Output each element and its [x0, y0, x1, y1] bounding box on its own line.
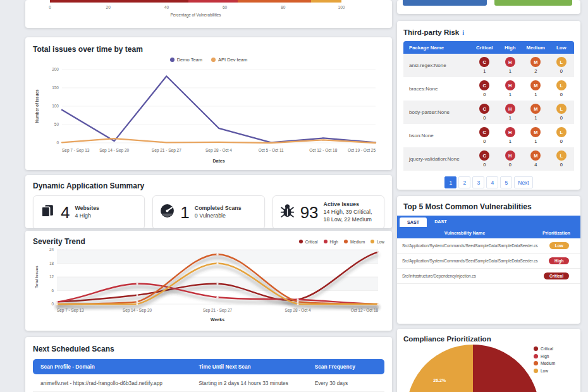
severity-cell-medium: M1 [523, 80, 549, 97]
severity-cell-medium: M4 [523, 150, 549, 168]
low-badge-icon: L [556, 80, 567, 90]
legend-dot [170, 58, 175, 62]
primary-action-button[interactable] [403, 0, 487, 6]
left-column: 020406080100 Percentage of Vulnerabiliti… [25, 0, 392, 392]
high-badge-icon: H [505, 150, 515, 161]
severity-count: 0 [560, 138, 563, 144]
package-name: body-parser:None [403, 109, 472, 115]
low-badge-icon: L [556, 150, 567, 161]
pagination-page-5[interactable]: 5 [500, 176, 512, 188]
bar-segment-critical [50, 0, 188, 3]
y-tick-label: 12 [49, 274, 54, 279]
stat-sublabel: 4 High [75, 212, 90, 219]
x-tick-label: Sep 14 - Sep 20 [123, 308, 152, 313]
severity-cell-critical: C0 [472, 150, 498, 168]
severity-badge: L0 [549, 57, 575, 74]
table-row: ansi-regex:NoneC1H1M2L0 [403, 54, 574, 77]
x-tick-label: Sep 7 - Sep 13 [57, 308, 84, 313]
stat-labels: Active Issues 14 High, 39 Critical, 18 L… [324, 201, 377, 224]
y-tick-label: 24 [49, 247, 54, 252]
legend-label: Low [377, 240, 384, 244]
severity-badge: M4 [523, 150, 549, 168]
severity-count: 1 [534, 92, 537, 97]
table-row: Src/Infrastructure/DependencyInjection.c… [397, 269, 580, 284]
priority-cell: High [538, 257, 580, 264]
x-tick: 0 [49, 5, 51, 9]
tab-sast[interactable]: SAST [400, 217, 427, 227]
x-tick-label: Oct 19 - Oct 25 [348, 148, 376, 152]
stat-card-active-issues: 93 Active Issues 14 High, 39 Critical, 1… [273, 195, 384, 228]
team-issues-legend: Demo TeamAPI Dev team [33, 56, 384, 63]
vulnerability-name: Src/Infrastructure/DependencyInjection.c… [397, 274, 532, 278]
stat-value: 93 [300, 204, 319, 221]
column-header-medium: Medium [523, 45, 549, 51]
pagination-page-1[interactable]: 1 [444, 176, 456, 188]
header-buttons-card [397, 0, 580, 14]
medium-badge-icon: M [530, 57, 541, 67]
severity-cell-medium: M1 [523, 127, 549, 144]
y-tick-label: 100 [52, 104, 59, 108]
severity-cell-high: H1 [498, 57, 524, 74]
pagination-page-4[interactable]: 4 [486, 176, 498, 188]
data-point [297, 301, 298, 303]
severity-badge: M1 [523, 127, 549, 144]
severity-count: 0 [483, 115, 486, 121]
stat-sublabel: 14 High, 39 Critical, 18 Low, 22 Medium [324, 209, 372, 223]
compliance-pie-chart: 38.3%26.2% [407, 345, 539, 392]
severity-count: 0 [560, 92, 563, 97]
severity-badge: L0 [549, 80, 575, 97]
severity-cell-low: L0 [549, 104, 575, 121]
stat-value: 1 [180, 204, 189, 221]
table-row: body-parser:NoneC0H1M1L0 [403, 101, 574, 124]
high-badge-icon: H [505, 127, 515, 137]
pagination-page-2[interactable]: 2 [458, 176, 470, 188]
severity-badge: L0 [549, 150, 575, 168]
dynamic-summary-card: Dynamic Application Summary 4 Websites 4… [25, 175, 392, 228]
x-tick-label: Sep 28 - Oct 4 [205, 148, 232, 153]
x-tick: 60 [223, 5, 227, 9]
column-header-frequency: Scan Frequency [307, 364, 384, 370]
column-header-prioritization: Prioritization [532, 230, 580, 236]
tab-dast[interactable]: DAST [427, 216, 455, 227]
data-point [216, 297, 218, 298]
severity-badge: H1 [498, 104, 524, 121]
x-axis-label: Dates [212, 159, 224, 163]
team-issues-line-chart: 050100150200Number of IssuesSep 7 - Sep … [33, 63, 384, 169]
severity-trend-title: Severity Trend [33, 237, 85, 246]
severity-cell-high: H1 [498, 104, 524, 121]
books-icon [40, 203, 56, 221]
legend-dot [371, 240, 374, 243]
y-axis-label: Total Issues [34, 266, 39, 288]
success-action-button[interactable] [494, 0, 572, 6]
legend-dot [299, 240, 303, 243]
high-badge-icon: H [505, 80, 515, 90]
bar-segment-low [311, 0, 341, 3]
severity-cell-critical: C0 [472, 127, 498, 144]
vulnerability-name: Src/Application/System/Commands/SeedSamp… [397, 259, 538, 263]
y-tick-label: 0 [56, 140, 59, 145]
x-tick-label: Sep 21 - Sep 27 [203, 308, 233, 313]
pagination-next-button[interactable]: Next [514, 176, 532, 188]
legend-dot [534, 346, 538, 351]
x-tick-label: Sep 14 - Sep 20 [99, 148, 129, 153]
info-icon[interactable]: i [462, 29, 464, 36]
severity-badge: M2 [523, 57, 549, 74]
stat-label: Websites [75, 205, 99, 211]
legend-label: Demo Team [177, 57, 202, 63]
data-point [377, 251, 379, 253]
critical-badge-icon: C [479, 127, 489, 137]
severity-badge: L0 [549, 127, 575, 144]
severity-cell-critical: C1 [472, 57, 498, 74]
y-tick-label: 0 [51, 302, 54, 306]
severity-cell-medium: M2 [523, 57, 549, 74]
legend-label: Medium [541, 361, 555, 365]
pagination-page-3[interactable]: 3 [472, 176, 484, 188]
legend-item-high: High [534, 354, 555, 358]
severity-badge: H0 [498, 150, 524, 168]
table-row: animeflv.net - https://rad-frangollo-d6b… [33, 374, 384, 392]
column-header-low: Low [549, 45, 575, 51]
table-row: Src/Application/System/Commands/SeedSamp… [397, 238, 580, 254]
legend-label: Critical [305, 240, 318, 244]
column-header-package-name: Package Name [403, 45, 472, 51]
team-issues-card: Total issues over time by team Demo Team… [25, 37, 392, 170]
